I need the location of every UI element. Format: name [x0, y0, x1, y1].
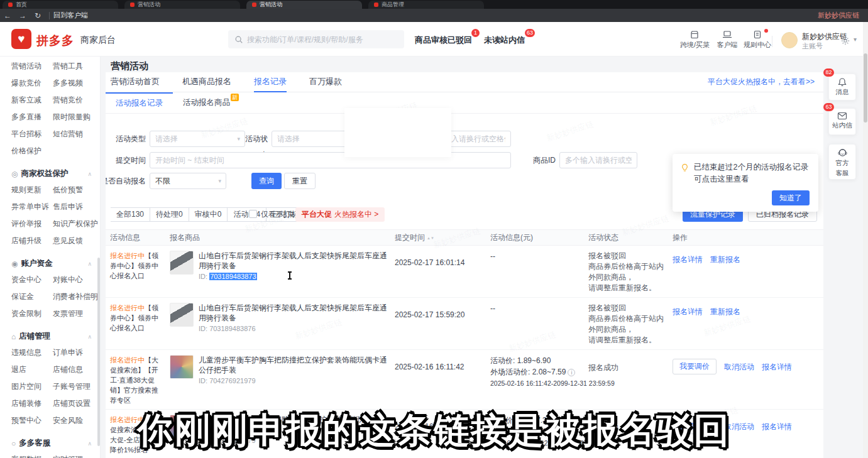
sidebar-item[interactable]: 保证金	[11, 288, 53, 305]
sidebar-item[interactable]: 店铺升级	[11, 232, 53, 249]
sidebar-item[interactable]: 短信营销	[53, 126, 100, 143]
scrollbar-thumb[interactable]	[864, 53, 867, 123]
review-badge: 1	[471, 29, 480, 37]
browser-profile-label[interactable]: 新妙妙供应链	[818, 11, 859, 20]
sidebar-group-header[interactable]: ◎ 商家权益保护 ∧	[11, 168, 92, 179]
reload-icon[interactable]: ↻	[30, 11, 45, 20]
info-icon[interactable]	[568, 369, 575, 376]
pinduoduo-logo-icon[interactable]: ♥	[11, 29, 31, 49]
sidebar-item[interactable]: 子账号管理	[53, 378, 100, 395]
sidebar-item[interactable]: 退店	[11, 361, 53, 378]
untagged-only-checkbox[interactable]	[249, 210, 257, 218]
tab-signup-records[interactable]: 报名记录	[254, 72, 287, 92]
sidebar-item[interactable]: 消费者补偿明细	[53, 288, 101, 305]
got-it-button[interactable]: 知道了	[772, 190, 810, 205]
cancel-activity-link[interactable]: 取消活动	[724, 359, 754, 373]
submit-time-range-input[interactable]	[150, 152, 511, 168]
sidebar-item[interactable]: 知识产权保护	[53, 215, 100, 232]
sidebar-item[interactable]: 异常单申诉	[11, 199, 53, 215]
status-chip[interactable]: 审核中0	[189, 207, 228, 222]
tab-opportunity-signup[interactable]: 机遇商品报名	[182, 72, 231, 92]
goods-id-input[interactable]	[559, 152, 637, 168]
sidebar-item[interactable]: 资金中心	[11, 271, 53, 288]
rules-center-link[interactable]: 规则中心	[743, 30, 772, 50]
signup-detail-link[interactable]: 报名详情	[673, 254, 703, 265]
browser-tab[interactable]: 商品管理	[368, 1, 484, 9]
auto-signup-select[interactable]: 不限 ▾	[150, 173, 226, 189]
browser-tab-active[interactable]: 营销活动	[246, 1, 362, 9]
sidebar-item[interactable]: 资金限制	[11, 305, 53, 322]
query-button[interactable]: 查询	[251, 173, 282, 189]
tab-million-hits[interactable]: 百万爆款	[309, 72, 342, 92]
sidebar-item[interactable]: 营销工具	[53, 58, 100, 75]
site-mail-rail-button[interactable]: 63 站内信	[828, 108, 856, 135]
review-rejected-link[interactable]: 商品审核已驳回 1	[415, 35, 472, 46]
sidebar-item[interactable]: 售后申诉	[53, 199, 100, 215]
sidebar-item[interactable]: 预警中心	[11, 412, 53, 429]
sidebar-group-header[interactable]: ⌂ 店铺管理 ∧	[11, 331, 92, 342]
selected-product-id: 703189483873	[209, 273, 256, 280]
promo-signup-link[interactable]: 平台大促火热报名中，去看看>>	[708, 77, 815, 87]
sidebar-item[interactable]: 评价举报	[11, 215, 53, 232]
re-signup-link[interactable]: 重新报名	[710, 307, 740, 317]
sidebar-item[interactable]: 新客立减	[11, 92, 53, 109]
avatar[interactable]	[781, 32, 798, 48]
sidebar-item[interactable]: 多多直播	[11, 109, 53, 126]
sidebar-item[interactable]: 规则更新	[11, 182, 53, 199]
page-scrollbar[interactable]	[863, 22, 868, 458]
sidebar-item[interactable]: 价格保护	[11, 143, 53, 160]
reset-button[interactable]: 重置	[284, 173, 316, 189]
browser-tab[interactable]: 营销活动	[124, 1, 240, 9]
crossborder-link[interactable]: 跨境/买菜	[680, 30, 709, 50]
sidebar-item[interactable]: 客服数据	[11, 451, 53, 458]
activity-type-select[interactable]: 请选择 ▾	[150, 131, 245, 147]
sidebar-item[interactable]: 图片空间	[11, 378, 53, 395]
signup-detail-link[interactable]: 报名详情	[762, 359, 792, 373]
sidebar-item[interactable]: 营销活动	[11, 58, 53, 75]
sidebar-item[interactable]: 平台招标	[11, 126, 53, 143]
status-chip[interactable]: 待处理0	[150, 207, 189, 222]
sidebar-item[interactable]: 违规信息	[11, 344, 53, 361]
messages-rail-button[interactable]: 82 消息	[828, 74, 856, 101]
status-chip[interactable]: 全部130	[111, 207, 150, 222]
sortable-header[interactable]: 提交时间▲▼	[395, 232, 490, 243]
sort-icon[interactable]: ▲▼	[427, 237, 434, 240]
sidebar-item[interactable]: 多多视频	[53, 75, 100, 92]
re-signup-link[interactable]: 重新报名	[710, 254, 740, 265]
subtab-activity-goods[interactable]: 活动报名商品 新	[173, 92, 240, 113]
signup-detail-link[interactable]: 报名详情	[673, 307, 703, 317]
table-row: 报名进行中【大促搜索池】【开工·直通38大促销】官方搜索推荐专区 儿童滑步平衡车…	[106, 350, 823, 410]
client-app-link[interactable]: 客户端	[713, 30, 742, 50]
unread-inbox-link[interactable]: 未读站内信 63	[484, 35, 525, 46]
search-input[interactable]	[247, 35, 392, 44]
forward-icon[interactable]: →	[15, 11, 30, 20]
adjust-price-button[interactable]: 我要调价	[673, 359, 717, 374]
subtab-activity-records[interactable]: 活动报名记录	[106, 92, 173, 113]
global-search[interactable]	[228, 30, 404, 48]
product-image	[170, 355, 194, 379]
sidebar-item[interactable]: 对账中心	[53, 271, 101, 288]
site-favicon	[8, 3, 13, 7]
sidebar-group-header[interactable]: ◉ 账户资金 ∧	[11, 258, 92, 269]
settings-gear-icon[interactable]	[841, 36, 850, 45]
sidebar-item[interactable]: 限时限量购	[53, 109, 100, 126]
platform-sale-pill[interactable]: 平台大促火热报名中 >	[295, 207, 385, 222]
sidebar-item[interactable]: 意见反馈	[53, 232, 100, 249]
sidebar-item[interactable]: 营销竞价	[53, 92, 100, 109]
back-to-client-link[interactable]: 回到客户端	[53, 11, 88, 20]
customer-service-icon	[837, 148, 848, 158]
official-service-rail-button[interactable]: 官方 客服	[828, 144, 856, 180]
sidebar-item[interactable]: 订单申诉	[53, 344, 100, 361]
browser-tab[interactable]: 首页	[3, 1, 118, 9]
sidebar-item[interactable]: 低价预警	[53, 182, 100, 199]
sidebar-item[interactable]: 爆款竞价	[11, 75, 53, 92]
tab-marketing-home[interactable]: 营销活动首页	[111, 72, 160, 92]
sidebar-item[interactable]: 店铺装修	[11, 395, 53, 412]
notification-dot	[764, 29, 768, 33]
browser-tabstrip: 首页 营销活动 营销活动 商品管理	[0, 0, 868, 9]
sidebar-group-marketing: 营销活动营销工具爆款竞价多多视频新客立减营销竞价多多直播限时限量购平台招标短信营…	[11, 58, 100, 160]
sidebar-item[interactable]: 发票管理	[53, 305, 101, 322]
back-icon[interactable]: ←	[0, 11, 15, 20]
chevron-down-icon[interactable]: ▾	[854, 36, 857, 43]
sidebar-item[interactable]: 店铺信息	[53, 361, 100, 378]
